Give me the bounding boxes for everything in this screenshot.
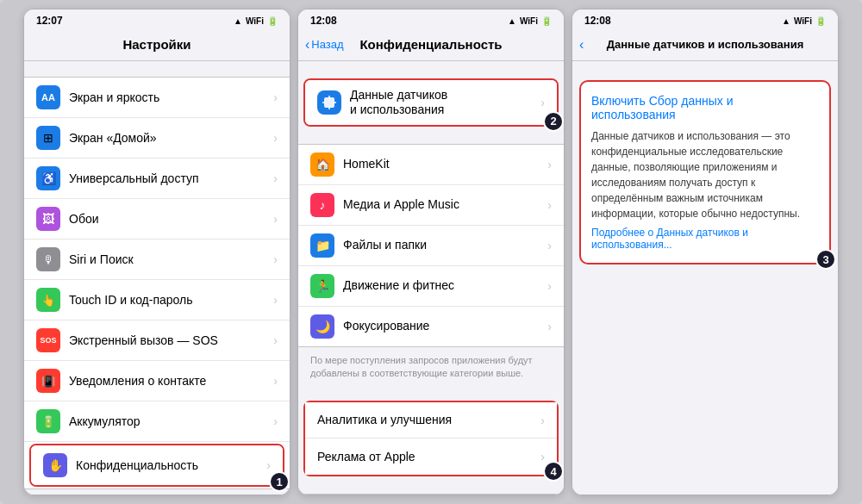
settings-item-battery[interactable]: 🔋 Аккумулятор › [24,401,290,442]
status-bar-3: 12:08 ▲ WiFi 🔋 [572,9,838,30]
chevron-icon: › [273,333,278,347]
settings-item-contact-notifications[interactable]: 📳 Уведомления о контакте › [24,361,290,401]
phones-container: 12:07 ▲ WiFi 🔋 Настройки AA Экран и ярко… [0,0,862,504]
settings-item-privacy[interactable]: ✋ Конфиденциальность › [31,445,283,485]
settings-item-analytics[interactable]: Аналитика и улучшения › [305,402,557,439]
item-icon-sensor [317,90,341,115]
settings-group-1a: AA Экран и яркость › ⊞ Экран «Домой» › ♿… [24,77,290,489]
signal-icon-2: ▲ [508,16,516,26]
item-icon-media: ♪ [310,193,334,217]
chevron-icon: › [273,212,278,226]
time-2: 12:08 [310,15,337,27]
chevron-icon: › [266,458,271,472]
item-label-siri: Siri и Поиск [69,252,270,267]
note-text-2: По мере поступления запросов приложения … [298,347,564,384]
chevron-icon: › [273,131,278,145]
settings-item-screen-brightness[interactable]: AA Экран и яркость › [24,78,290,118]
infobox-highlight-wrapper: Включить Сбор данных и использования Дан… [579,80,831,264]
item-icon-sos: SOS [36,328,60,352]
item-icon-contact-notif: 📳 [36,369,60,393]
back-chevron-icon-3: ‹ [579,37,584,53]
time-1: 12:07 [36,15,63,27]
item-label-ads: Реклама от Apple [317,450,537,464]
phone-3: 12:08 ▲ WiFi 🔋 ‹ Данные датчиков и испол… [572,9,839,495]
signal-icon-3: ▲ [782,16,790,26]
back-label-2: Назад [311,38,343,51]
battery-icon-1: 🔋 [267,16,278,26]
settings-item-sos[interactable]: SOS Экстренный вызов — SOS › [24,320,290,361]
nav-title-3: Данные датчиков и использования [607,38,804,51]
signal-icon-1: ▲ [234,16,242,26]
battery-icon-2: 🔋 [541,16,552,26]
time-3: 12:08 [584,15,611,27]
status-icons-2: ▲ WiFi 🔋 [508,16,552,26]
analytics-highlight-wrapper: Аналитика и улучшения › Реклама от Apple… [303,401,559,476]
status-icons-1: ▲ WiFi 🔋 [234,16,278,26]
item-icon-homekit: 🏠 [310,152,334,177]
badge-3: 3 [815,249,836,270]
chevron-icon: › [540,96,545,109]
settings-list-3: Включить Сбор данных и использования Дан… [572,61,838,495]
chevron-icon: › [273,90,278,104]
item-label-accessibility: Универсальный доступ [69,171,270,186]
item-label-home-screen: Экран «Домой» [69,131,270,146]
infobox-title-3[interactable]: Включить Сбор данных и использования [591,94,819,121]
back-button-2[interactable]: ‹ Назад [305,37,344,53]
wifi-icon-2: WiFi [520,16,538,26]
settings-item-fitness[interactable]: 🏃 Движение и фитнес › [298,266,564,307]
item-label-focus: Фокусирование [343,319,544,333]
sensor-highlight-wrapper: Данные датчиков и использования › 2 [303,78,559,127]
nav-bar-2: ‹ Назад Конфиденциальность [298,30,564,61]
badge-1: 1 [269,471,290,492]
settings-item-accessibility[interactable]: ♿ Универсальный доступ › [24,159,290,199]
chevron-icon: › [547,158,552,171]
settings-item-media[interactable]: ♪ Медиа и Apple Music › [298,185,564,226]
settings-group-2b: Отчет о конфиденциальности приложений › [298,494,564,495]
settings-list-1[interactable]: AA Экран и яркость › ⊞ Экран «Домой» › ♿… [24,61,290,495]
settings-item-home-screen[interactable]: ⊞ Экран «Домой» › [24,118,290,159]
settings-item-wallpaper[interactable]: 🖼 Обои › [24,199,290,240]
settings-item-touchid[interactable]: 👆 Touch ID и код-пароль › [24,280,290,320]
item-icon-aa: AA [36,85,60,109]
nav-title-1: Настройки [122,37,191,52]
settings-list-2[interactable]: Данные датчиков и использования › 2 🏠 Ho… [298,61,564,495]
chevron-icon: › [547,320,552,333]
badge-2: 2 [543,111,564,132]
item-label-media: Медиа и Apple Music [343,197,544,212]
settings-group-2a: 🏠 HomeKit › ♪ Медиа и Apple Music › 📁 Фа… [298,144,564,347]
chevron-icon: › [273,252,278,266]
item-label-sensor: Данные датчиков и использования [350,88,537,117]
nav-bar-1: Настройки [24,30,290,61]
settings-item-homekit[interactable]: 🏠 HomeKit › [298,145,564,185]
wifi-icon-3: WiFi [794,16,812,26]
item-icon-wallpaper: 🖼 [36,207,60,231]
nav-bar-3: ‹ Данные датчиков и использования [572,30,838,61]
settings-item-files[interactable]: 📁 Файлы и папки › [298,226,564,266]
status-bar-2: 12:08 ▲ WiFi 🔋 [298,9,564,30]
settings-item-siri[interactable]: 🎙 Siri и Поиск › [24,240,290,280]
item-label-sos: Экстренный вызов — SOS [69,333,270,348]
item-label-privacy: Конфиденциальность [76,458,263,473]
back-button-3[interactable]: ‹ [579,37,584,53]
phone-2: 12:08 ▲ WiFi 🔋 ‹ Назад Конфиденциальност… [297,9,565,495]
infobox-link-3[interactable]: Подробнее о Данных датчиков и использова… [591,227,819,251]
battery-icon-3: 🔋 [815,16,826,26]
privacy-highlight-wrapper: ✋ Конфиденциальность › 1 [29,444,284,487]
settings-item-sensor[interactable]: Данные датчиков и использования › [305,80,557,125]
item-icon-home-screen: ⊞ [36,126,60,150]
settings-item-focus[interactable]: 🌙 Фокусирование › [298,307,564,346]
item-icon-focus: 🌙 [310,314,334,339]
chevron-icon: › [273,414,278,428]
wifi-icon-1: WiFi [246,16,264,26]
settings-item-ads[interactable]: Реклама от Apple › [305,439,557,475]
back-chevron-icon-2: ‹ [305,37,309,53]
status-icons-3: ▲ WiFi 🔋 [782,16,826,26]
item-label-battery: Аккумулятор [69,414,270,429]
chevron-icon: › [540,414,545,427]
item-label-analytics: Аналитика и улучшения [317,413,537,427]
item-icon-siri: 🎙 [36,247,60,271]
item-icon-privacy: ✋ [43,453,67,477]
item-icon-files: 📁 [310,233,334,258]
item-label-files: Файлы и папки [343,238,544,252]
item-label-screen-brightness: Экран и яркость [69,90,270,105]
